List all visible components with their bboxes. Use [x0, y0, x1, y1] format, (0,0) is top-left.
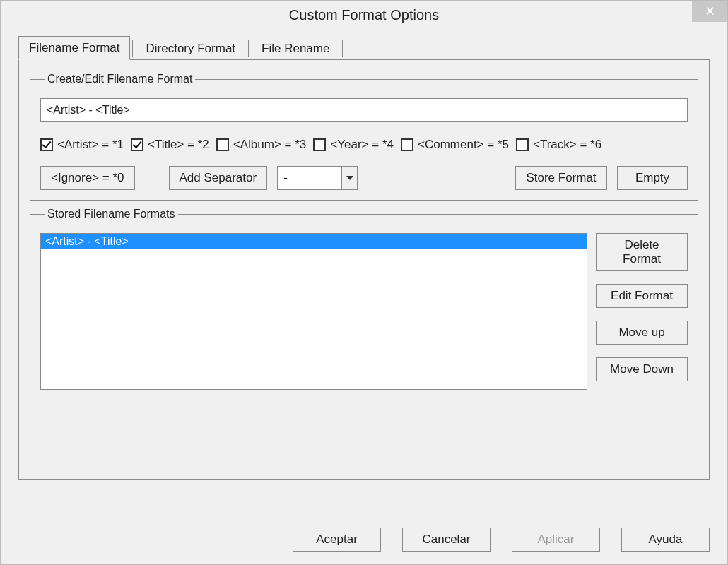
token-checkbox-row: <Artist> = *1 <Title> = *2 <Album> = *3 … — [40, 138, 688, 152]
tab-strip: Filename Format Directory Format File Re… — [18, 36, 710, 60]
stored-body: <Artist> - <Title> Delete Format Edit Fo… — [40, 233, 688, 390]
tab-filename-format[interactable]: Filename Format — [18, 36, 130, 60]
cancel-button[interactable]: Cancelar — [402, 528, 491, 552]
add-separator-button[interactable]: Add Separator — [169, 166, 268, 190]
delete-format-button[interactable]: Delete Format — [596, 233, 688, 271]
separator-value: - — [278, 167, 341, 189]
tab-file-rename[interactable]: File Rename — [251, 37, 340, 60]
check-label: <Comment> = *5 — [418, 138, 509, 152]
group-create-edit: Create/Edit Filename Format <Artist> = *… — [30, 73, 698, 201]
tab-separator — [132, 40, 133, 56]
stored-buttons-column: Delete Format Edit Format Move up Move D… — [596, 233, 688, 390]
check-label: <Title> = *2 — [148, 138, 209, 152]
move-up-button[interactable]: Move up — [596, 321, 688, 345]
format-buttons-row: <Ignore> = *0 Add Separator - Store Form… — [40, 166, 688, 190]
check-artist[interactable]: <Artist> = *1 — [40, 138, 124, 152]
check-label: <Track> = *6 — [533, 138, 601, 152]
check-year[interactable]: <Year> = *4 — [313, 138, 394, 152]
check-label: <Album> = *3 — [233, 138, 307, 152]
empty-button[interactable]: Empty — [617, 166, 688, 190]
accept-button[interactable]: Aceptar — [293, 528, 381, 552]
tab-separator — [342, 40, 343, 56]
checkbox-icon — [313, 138, 326, 151]
chevron-down-icon[interactable] — [341, 167, 357, 189]
list-item[interactable]: <Artist> - <Title> — [41, 234, 587, 249]
stored-formats-listbox[interactable]: <Artist> - <Title> — [40, 233, 587, 390]
help-button[interactable]: Ayuda — [621, 528, 710, 552]
checkbox-icon — [401, 138, 413, 151]
tab-separator — [248, 40, 249, 56]
dialog-button-bar: Aceptar Cancelar Aplicar Ayuda — [1, 519, 727, 564]
titlebar: Custom Format Options ✕ — [1, 1, 727, 29]
check-title[interactable]: <Title> = *2 — [131, 138, 209, 152]
checkbox-icon — [40, 138, 53, 151]
group-create-legend: Create/Edit Filename Format — [45, 73, 195, 85]
separator-combobox[interactable]: - — [277, 166, 358, 190]
close-button[interactable]: ✕ — [692, 1, 727, 22]
format-input[interactable] — [40, 98, 688, 122]
check-label: <Year> = *4 — [330, 138, 394, 152]
checkbox-icon — [216, 138, 229, 151]
tab-directory-format[interactable]: Directory Format — [135, 37, 246, 60]
checkbox-icon — [131, 138, 143, 151]
close-icon: ✕ — [705, 4, 715, 19]
apply-button[interactable]: Aplicar — [512, 528, 600, 552]
checkbox-icon — [516, 138, 529, 151]
group-stored-formats: Stored Filename Formats <Artist> - <Titl… — [30, 208, 698, 400]
dialog-window: Custom Format Options ✕ Filename Format … — [0, 0, 728, 565]
ignore-token-button[interactable]: <Ignore> = *0 — [40, 166, 135, 190]
edit-format-button[interactable]: Edit Format — [596, 284, 688, 308]
check-comment[interactable]: <Comment> = *5 — [401, 138, 509, 152]
check-album[interactable]: <Album> = *3 — [216, 138, 307, 152]
window-title: Custom Format Options — [289, 7, 439, 23]
group-stored-legend: Stored Filename Formats — [45, 208, 178, 220]
check-track[interactable]: <Track> = *6 — [516, 138, 601, 152]
check-label: <Artist> = *1 — [57, 138, 124, 152]
content-area: Filename Format Directory Format File Re… — [1, 29, 727, 519]
tab-panel: Create/Edit Filename Format <Artist> = *… — [18, 59, 710, 480]
store-format-button[interactable]: Store Format — [515, 166, 607, 190]
move-down-button[interactable]: Move Down — [596, 357, 688, 381]
